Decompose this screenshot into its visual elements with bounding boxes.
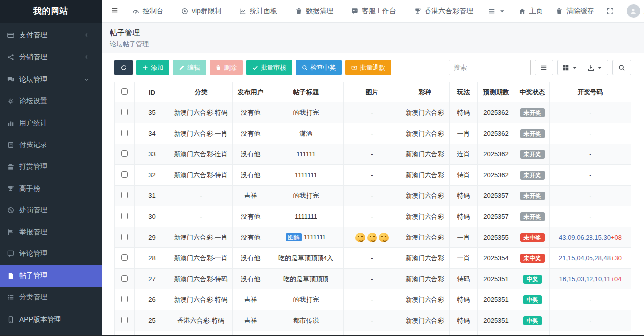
nav-home-link[interactable]: 主页 <box>512 0 549 22</box>
check-win-button[interactable]: 检查中奖 <box>296 60 342 75</box>
table-row: 29新澳门六合彩-一肖没有他图解1111111新澳门六合彩一肖2025355未中… <box>115 227 631 248</box>
cell-play: 特码 <box>450 289 478 310</box>
sidebar-subitem[interactable]: 论坛设置 <box>0 91 102 112</box>
row-checkbox[interactable] <box>121 130 128 136</box>
refresh-button[interactable] <box>114 60 133 75</box>
cell-id: 31 <box>135 186 169 206</box>
toggle-view-button[interactable] <box>535 60 553 75</box>
column-header[interactable]: 发布用户 <box>233 82 268 102</box>
cell-play: 特肖 <box>450 165 478 186</box>
sidebar-subitem[interactable]: 举报管理 <box>0 221 102 243</box>
button-label: 添加 <box>151 63 163 72</box>
row-checkbox[interactable] <box>121 150 128 157</box>
column-header[interactable]: 帖子标题 <box>268 82 344 102</box>
fullscreen-button[interactable] <box>600 0 620 22</box>
search-input[interactable] <box>449 60 531 75</box>
batch-review-button[interactable]: 批量审核 <box>246 60 292 75</box>
row-checkbox[interactable] <box>121 296 128 302</box>
add-button[interactable]: 添加 <box>136 60 169 75</box>
sidebar-subitem[interactable]: 打赏管理 <box>0 156 102 178</box>
sidebar-subitem[interactable]: 评论管理 <box>0 243 102 265</box>
row-checkbox[interactable] <box>121 275 128 282</box>
topnav-item[interactable]: 数据清理 <box>286 0 342 22</box>
cell-status: 未开奖 <box>515 186 550 206</box>
row-checkbox[interactable] <box>121 234 128 240</box>
sidebar-subitem-label: 用户统计 <box>19 119 94 128</box>
panel: 添加编辑删除批量审核检查中奖批量退款 <box>102 53 644 336</box>
cell-user: 没有他 <box>233 102 268 123</box>
edit-button[interactable]: 编辑 <box>173 60 206 75</box>
sidebar-item-label: APP版本管理 <box>19 315 94 324</box>
topnav-item[interactable]: vip群限制 <box>172 0 230 22</box>
home-icon <box>519 8 526 15</box>
sidebar-item[interactable]: 论坛管理 <box>0 68 102 91</box>
topnav-item[interactable]: 控制台 <box>123 0 172 22</box>
search-toggle-button[interactable] <box>612 60 631 75</box>
cell-period: 2025362 <box>478 102 515 123</box>
cell-lottery: 新澳门六合彩 <box>400 123 450 144</box>
user-menu[interactable]: Admin <box>620 0 644 22</box>
sidebar-subitem[interactable]: 帖子管理 <box>0 265 102 287</box>
sidebar-subitem[interactable]: 分类管理 <box>0 287 102 308</box>
column-header[interactable]: 分类 <box>169 82 233 102</box>
column-header[interactable]: ID <box>135 82 169 102</box>
cell-title: 的我打完 <box>268 102 344 123</box>
columns-button[interactable] <box>557 60 583 75</box>
sidebar-subitem[interactable]: 高手榜 <box>0 178 102 199</box>
top-navbar: 控制台vip群限制统计面板数据清理客服工作台香港六合彩管理 主页 清除缓存 <box>102 0 644 23</box>
topnav-item[interactable]: 统计面板 <box>230 0 286 22</box>
expand-icon <box>607 8 614 15</box>
sidebar-item[interactable]: 分销管理 <box>0 46 102 68</box>
sidebar-item[interactable]: 支付管理 <box>0 24 102 46</box>
cell-title: 图解1111111 <box>268 227 344 248</box>
nav-clear-cache-link[interactable]: 清除缓存 <box>549 0 600 22</box>
topnav-item[interactable]: 香港六合彩管理 <box>405 0 482 22</box>
row-checkbox[interactable] <box>121 213 128 219</box>
topnav-item[interactable]: 客服工作台 <box>342 0 405 22</box>
cell-select <box>115 289 135 310</box>
table-row: 28新澳门六合彩-一肖没有他吃的是草顶顶顶4入-新澳门六合彩一肖2025354未… <box>115 248 631 269</box>
column-header[interactable]: 中奖状态 <box>515 82 550 102</box>
status-badge: 中奖 <box>523 295 542 304</box>
nav-menu-dropdown[interactable] <box>482 0 512 22</box>
cell-category: 新澳门六合彩-一肖 <box>169 123 233 144</box>
select-all-header <box>115 82 135 102</box>
check-icon <box>252 65 258 71</box>
table-header-row: ID分类发布用户帖子标题图片彩种玩法预测期数中奖状态开奖号码 <box>115 82 631 102</box>
row-checkbox[interactable] <box>121 254 128 261</box>
comments-icon <box>7 76 14 83</box>
cell-select <box>115 206 135 227</box>
sidebar-subitem[interactable]: 处罚管理 <box>0 199 102 221</box>
sidebar-subitem[interactable]: 用户统计 <box>0 112 102 134</box>
column-header[interactable]: 预测期数 <box>478 82 515 102</box>
row-checkbox[interactable] <box>121 171 128 178</box>
cell-title: 1111111 <box>268 165 344 186</box>
column-header[interactable]: 玩法 <box>450 82 478 102</box>
column-header[interactable]: 彩种 <box>400 82 450 102</box>
user-avatar <box>627 4 640 18</box>
cell-id: 32 <box>135 165 169 186</box>
cell-title: 吃的是草顶顶顶4入 <box>268 248 344 269</box>
cell-category: - <box>169 186 233 206</box>
row-checkbox[interactable] <box>121 192 128 198</box>
row-checkbox[interactable] <box>121 109 128 115</box>
trash-icon <box>295 8 302 15</box>
cell-lottery: 新澳门六合彩 <box>400 165 450 186</box>
select-all-checkbox[interactable] <box>121 88 128 95</box>
column-header[interactable]: 开奖号码 <box>550 82 631 102</box>
sidebar-item[interactable]: APP版本管理 <box>0 308 102 331</box>
cell-lottery: 新澳门六合彩 <box>400 227 450 248</box>
gear-icon <box>7 98 14 105</box>
batch-refund-button[interactable]: 批量退款 <box>345 60 391 75</box>
row-checkbox[interactable] <box>121 317 128 323</box>
delete-button[interactable]: 删除 <box>210 60 243 75</box>
column-header[interactable]: 图片 <box>344 82 400 102</box>
export-button[interactable] <box>583 60 608 75</box>
file-lines-icon <box>7 142 14 148</box>
cell-play: 特码 <box>450 186 478 206</box>
cell-lottery: 新澳门六合彩 <box>400 144 450 165</box>
status-badge: 中奖 <box>523 275 542 284</box>
sidebar-toggle-button[interactable] <box>107 0 123 22</box>
user-icon <box>630 8 637 15</box>
sidebar-subitem[interactable]: 付费记录 <box>0 134 102 156</box>
